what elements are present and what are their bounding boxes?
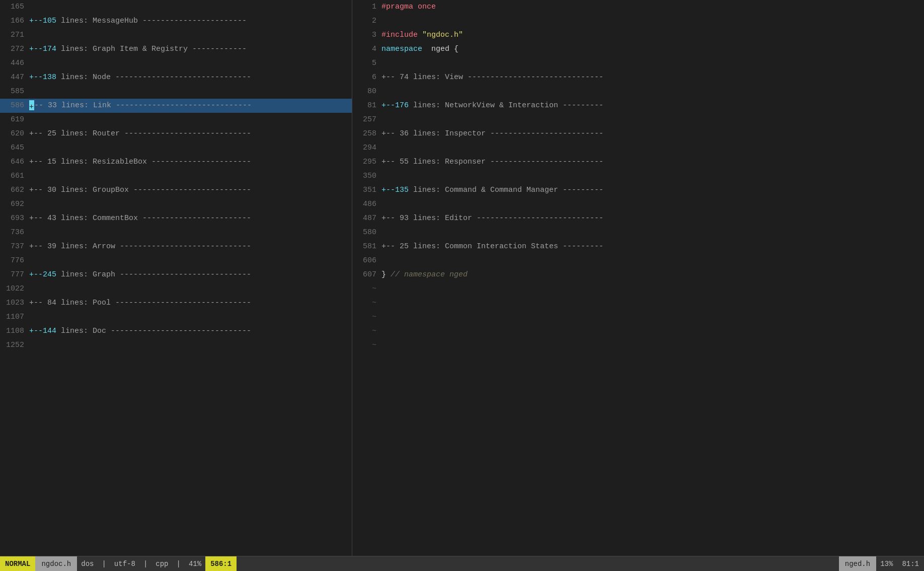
line-number: 486: [355, 197, 376, 211]
code-line: 350: [352, 169, 924, 183]
line-number: ~: [355, 338, 376, 352]
code-line: ~: [352, 282, 924, 296]
code-line: 6+-- 74 lines: View --------------------…: [352, 70, 924, 85]
code-line: 646+-- 15 lines: ResizableBox ----------…: [0, 155, 352, 169]
code-line: 1108+--144 lines: Doc ------------------…: [0, 324, 352, 338]
line-content: +-- 93 lines: Editor -------------------…: [381, 211, 603, 226]
code-line: 447+--138 lines: Node ------------------…: [0, 70, 352, 85]
line-content: #include "ngdoc.h": [381, 28, 463, 42]
code-line: 586+-- 33 lines: Link ------------------…: [0, 99, 352, 113]
line-number: 446: [3, 56, 24, 70]
line-number: 585: [3, 85, 24, 99]
line-content: +-- 30 lines: GroupBox -----------------…: [29, 183, 251, 197]
line-number: 271: [3, 28, 24, 42]
line-content: +--176 lines: NetworkView & Interaction …: [381, 99, 603, 113]
line-content: +--138 lines: Node ---------------------…: [29, 70, 251, 85]
code-line: 737+-- 39 lines: Arrow -----------------…: [0, 240, 352, 254]
editor-container: 165166+--105 lines: MessageHub ---------…: [0, 0, 924, 571]
code-line: 81+--176 lines: NetworkView & Interactio…: [352, 99, 924, 113]
line-number: 81: [355, 99, 376, 113]
line-number: 294: [355, 141, 376, 155]
code-line: 2: [352, 14, 924, 28]
code-line: 487+-- 93 lines: Editor ----------------…: [352, 211, 924, 226]
status-filetype: cpp: [151, 560, 172, 568]
line-number: 607: [355, 268, 376, 282]
status-bar: NORMAL ngdoc.h dos | utf-8 | cpp | 41% 5…: [0, 556, 924, 571]
status-position: 586:1: [205, 556, 237, 571]
line-number: 3: [355, 28, 376, 42]
code-line: 1022: [0, 282, 352, 296]
code-line: 1107: [0, 310, 352, 324]
status-right-percent: 13%: [876, 560, 897, 568]
code-line: 4namespace nged {: [352, 42, 924, 56]
code-line: 446: [0, 56, 352, 70]
left-pane[interactable]: 165166+--105 lines: MessageHub ---------…: [0, 0, 352, 556]
status-left-file: ngdoc.h: [35, 556, 77, 571]
line-number: 487: [355, 211, 376, 226]
line-number: 692: [3, 197, 24, 211]
line-number: 646: [3, 155, 24, 169]
code-line: 272+--174 lines: Graph Item & Registry -…: [0, 42, 352, 56]
right-pane[interactable]: 1#pragma once23#include "ngdoc.h"4namesp…: [352, 0, 924, 556]
status-percent: 41%: [185, 560, 205, 568]
line-content: +-- 25 lines: Router -------------------…: [29, 127, 251, 141]
line-content: +-- 55 lines: Responser ----------------…: [381, 155, 603, 169]
status-right: nged.h 13% 81:1: [839, 556, 924, 571]
line-content: +--135 lines: Command & Command Manager …: [381, 183, 603, 197]
code-line: ~: [352, 338, 924, 352]
code-line: 580: [352, 226, 924, 240]
line-content: +-- 36 lines: Inspector ----------------…: [381, 127, 603, 141]
line-number: ~: [355, 324, 376, 338]
code-line: 166+--105 lines: MessageHub ------------…: [0, 14, 352, 28]
line-number: 737: [3, 240, 24, 254]
line-number: 645: [3, 141, 24, 155]
line-content: +-- 33 lines: Link ---------------------…: [29, 99, 252, 113]
line-number: 693: [3, 211, 24, 226]
code-line: 257: [352, 113, 924, 127]
editor-panes: 165166+--105 lines: MessageHub ---------…: [0, 0, 924, 556]
line-number: 350: [355, 169, 376, 183]
line-number: ~: [355, 310, 376, 324]
status-mode: NORMAL: [0, 556, 35, 571]
line-content: +-- 25 lines: Common Interaction States …: [381, 240, 603, 254]
line-number: 1252: [3, 338, 24, 352]
code-line: 258+-- 36 lines: Inspector -------------…: [352, 127, 924, 141]
line-number: 80: [355, 85, 376, 99]
line-number: 661: [3, 169, 24, 183]
line-number: 1023: [3, 296, 24, 310]
line-number: 258: [355, 127, 376, 141]
code-line: 351+--135 lines: Command & Command Manag…: [352, 183, 924, 197]
code-line: 1#pragma once: [352, 0, 924, 14]
line-number: ~: [355, 296, 376, 310]
line-content: #pragma once: [381, 0, 436, 14]
code-line: 776: [0, 254, 352, 268]
code-line: 620+-- 25 lines: Router ----------------…: [0, 127, 352, 141]
code-line: 645: [0, 141, 352, 155]
line-number: 1108: [3, 324, 24, 338]
code-line: 736: [0, 226, 352, 240]
line-number: 586: [3, 99, 24, 113]
line-number: 447: [3, 70, 24, 85]
line-number: 5: [355, 56, 376, 70]
code-line: 581+-- 25 lines: Common Interaction Stat…: [352, 240, 924, 254]
line-number: 6: [355, 70, 376, 85]
status-sep1: |: [98, 560, 110, 568]
line-number: 776: [3, 254, 24, 268]
line-number: 620: [3, 127, 24, 141]
code-line: 1023+-- 84 lines: Pool -----------------…: [0, 296, 352, 310]
code-line: ~: [352, 324, 924, 338]
line-number: 1107: [3, 310, 24, 324]
line-number: 272: [3, 42, 24, 56]
line-number: 606: [355, 254, 376, 268]
line-number: 580: [355, 226, 376, 240]
code-line: 661: [0, 169, 352, 183]
code-line: 271: [0, 28, 352, 42]
line-number: 2: [355, 14, 376, 28]
code-line: 294: [352, 141, 924, 155]
code-line: 777+--245 lines: Graph -----------------…: [0, 268, 352, 282]
code-line: ~: [352, 310, 924, 324]
line-number: 166: [3, 14, 24, 28]
line-number: 4: [355, 42, 376, 56]
line-number: 351: [355, 183, 376, 197]
line-number: 1022: [3, 282, 24, 296]
